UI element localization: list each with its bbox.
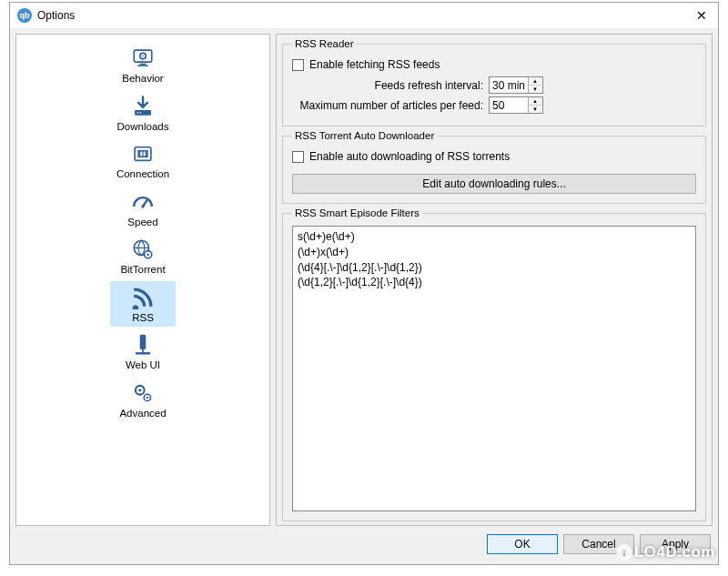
dialog-body: Behavior Downloads Connection [10,28,718,564]
sidebar-item-label: Connection [116,169,169,180]
sidebar-item-label: Advanced [119,409,166,419]
max-articles-spinbox[interactable]: ▲▼ [489,96,543,114]
group-title: RSS Reader [292,38,357,49]
enable-auto-download-label: Enable auto downloading of RSS torrents [309,150,510,163]
sidebar-item-rss[interactable]: RSS [110,281,176,328]
rss-filters-group: RSS Smart Episode Filters [282,207,706,521]
group-title: RSS Torrent Auto Downloader [292,130,437,141]
sidebar-item-behavior[interactable]: Behavior [110,42,176,88]
cancel-button[interactable]: Cancel [563,534,634,554]
settings-panel: RSS Reader Enable fetching RSS feeds Fee… [276,34,713,526]
ethernet-icon [129,141,157,167]
edit-rules-button[interactable]: Edit auto downloading rules... [292,174,696,194]
chevron-down-icon[interactable]: ▼ [529,86,541,93]
gauge-icon [129,189,157,215]
monitor-gear-icon [129,45,157,71]
chevron-up-icon[interactable]: ▲ [529,97,541,106]
dialog-buttons: OK Cancel Apply [15,526,713,559]
enable-rss-label: Enable fetching RSS feeds [309,58,440,71]
ok-button[interactable]: OK [487,534,558,554]
sidebar-item-bittorrent[interactable]: BitTorrent [110,233,176,279]
spin-buttons[interactable]: ▲▼ [528,77,541,93]
svg-point-14 [141,205,144,207]
apply-button[interactable]: Apply [640,534,711,554]
max-articles-input[interactable] [490,97,528,113]
group-title: RSS Smart Episode Filters [292,207,422,218]
sidebar-item-speed[interactable]: Speed [110,186,176,232]
rss-reader-group: RSS Reader Enable fetching RSS feeds Fee… [282,38,706,126]
sidebar-item-label: Downloads [117,122,169,133]
episode-filters-textarea[interactable] [292,226,696,511]
svg-point-22 [138,389,141,391]
gears-icon [129,380,157,406]
close-icon[interactable]: ✕ [685,3,718,28]
max-articles-label: Maximum number of articles per feed: [292,99,483,112]
svg-point-17 [147,253,148,255]
enable-auto-download-checkbox[interactable] [292,151,304,163]
svg-rect-2 [137,65,147,66]
svg-point-6 [137,112,139,114]
window-title: Options [37,9,75,22]
svg-point-4 [142,56,144,57]
refresh-interval-spinbox[interactable]: ▲▼ [489,76,543,94]
svg-rect-1 [140,64,147,66]
globe-gear-icon [129,237,157,262]
rss-icon [129,285,157,310]
enable-rss-checkbox[interactable] [292,59,304,71]
sidebar-item-label: Behavior [122,74,163,85]
sidebar-item-connection[interactable]: Connection [110,137,176,184]
sidebar-item-label: Speed [127,217,157,228]
download-icon [129,94,157,119]
sidebar-item-advanced[interactable]: Advanced [110,377,176,423]
rss-auto-downloader-group: RSS Torrent Auto Downloader Enable auto … [282,130,706,204]
app-icon: qb [17,8,32,23]
options-dialog: qb Options ✕ Behavior Downloads [9,2,719,565]
sidebar-item-label: BitTorrent [120,265,165,276]
chevron-up-icon[interactable]: ▲ [529,77,541,86]
titlebar: qb Options ✕ [10,3,718,28]
sidebar-item-label: RSS [132,313,154,324]
svg-point-24 [147,396,148,398]
sidebar-item-downloads[interactable]: Downloads [110,90,176,136]
svg-rect-18 [140,335,147,349]
svg-rect-20 [136,352,150,354]
spin-buttons[interactable]: ▲▼ [528,97,541,113]
server-icon [129,332,157,358]
chevron-down-icon[interactable]: ▼ [529,106,541,113]
sidebar-item-label: Web UI [126,360,160,371]
sidebar-item-webui[interactable]: Web UI [110,328,176,375]
svg-point-7 [140,112,142,114]
refresh-interval-label: Feeds refresh interval: [292,79,483,92]
refresh-interval-input[interactable] [490,77,528,93]
category-sidebar: Behavior Downloads Connection [15,34,270,526]
